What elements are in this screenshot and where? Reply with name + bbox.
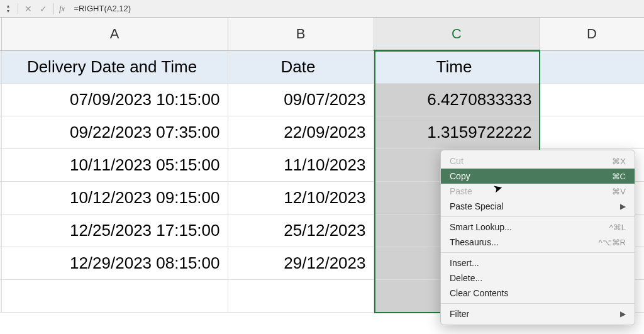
menu-copy[interactable]: Copy ⌘C	[441, 169, 635, 184]
cell[interactable]: 09/22/2023 07:35:00	[1, 116, 228, 148]
table-row: 09/22/2023 07:35:00 22/09/2023 1.3159722…	[0, 116, 644, 148]
cancel-icon[interactable]: ✕	[23, 4, 33, 14]
menu-separator	[441, 303, 635, 304]
cell[interactable]: 07/09/2023 10:15:00	[1, 83, 228, 116]
cell[interactable]	[540, 116, 644, 148]
menu-paste-special[interactable]: Paste Special ▶	[441, 199, 635, 214]
menu-paste[interactable]: Paste ⌘V	[441, 184, 635, 199]
cell[interactable]: 09/07/2023	[228, 83, 374, 116]
cell[interactable]: 29/12/2023	[228, 247, 374, 279]
context-menu: Cut ⌘X Copy ⌘C Paste ⌘V Paste Special ▶ …	[440, 150, 635, 325]
col-header-B[interactable]: B	[228, 18, 374, 50]
cell[interactable]: 12/25/2023 17:15:00	[1, 214, 228, 247]
confirm-icon[interactable]: ✓	[38, 4, 48, 14]
menu-cut[interactable]: Cut ⌘X	[441, 153, 635, 169]
menu-filter[interactable]: Filter ▶	[441, 306, 635, 321]
cell[interactable]: 25/12/2023	[228, 214, 374, 247]
cell[interactable]	[228, 279, 374, 312]
col-header-A[interactable]: A	[1, 18, 228, 50]
menu-clear-contents[interactable]: Clear Contents	[441, 286, 635, 301]
col-header-D[interactable]: D	[540, 18, 644, 50]
cell-D1[interactable]	[540, 50, 644, 83]
menu-insert[interactable]: Insert...	[441, 255, 635, 270]
cell[interactable]: 11/10/2023	[228, 148, 374, 181]
data-header-row: Delivery Date and Time Date Time	[0, 50, 644, 83]
cell[interactable]: 10/12/2023 09:15:00	[1, 181, 228, 214]
col-header-C[interactable]: C	[374, 18, 540, 50]
cell[interactable]: 6.4270833333	[374, 83, 540, 116]
cell[interactable]	[1, 279, 228, 312]
cell[interactable]: 10/11/2023 05:15:00	[1, 148, 228, 181]
menu-separator	[441, 216, 635, 217]
cell-A1[interactable]: Delivery Date and Time	[1, 50, 228, 83]
formula-bar: ▲▼ ✕ ✓ fx =RIGHT(A2,12)	[0, 0, 644, 18]
cell[interactable]: 1.3159722222	[374, 116, 540, 148]
cell[interactable]: 22/09/2023	[228, 116, 374, 148]
cell-B1[interactable]: Date	[228, 50, 374, 83]
formula-input[interactable]: =RIGHT(A2,12)	[70, 4, 131, 13]
column-header-row: A B C D	[0, 18, 644, 50]
row-stepper[interactable]: ▲▼	[4, 3, 13, 15]
chevron-right-icon: ▶	[620, 202, 626, 211]
menu-delete[interactable]: Delete...	[441, 270, 635, 286]
table-row: 07/09/2023 10:15:00 09/07/2023 6.4270833…	[0, 83, 644, 116]
cell[interactable]: 12/10/2023	[228, 181, 374, 214]
cell-C1[interactable]: Time	[374, 50, 540, 83]
chevron-right-icon: ▶	[620, 309, 626, 318]
cell[interactable]: 12/29/2023 08:15:00	[1, 247, 228, 279]
menu-thesaurus[interactable]: Thesaurus... ^⌥⌘R	[441, 235, 635, 250]
menu-smart-lookup[interactable]: Smart Lookup... ^⌘L	[441, 220, 635, 235]
menu-separator	[441, 252, 635, 253]
cell[interactable]	[540, 83, 644, 116]
fx-label[interactable]: fx	[59, 4, 65, 14]
